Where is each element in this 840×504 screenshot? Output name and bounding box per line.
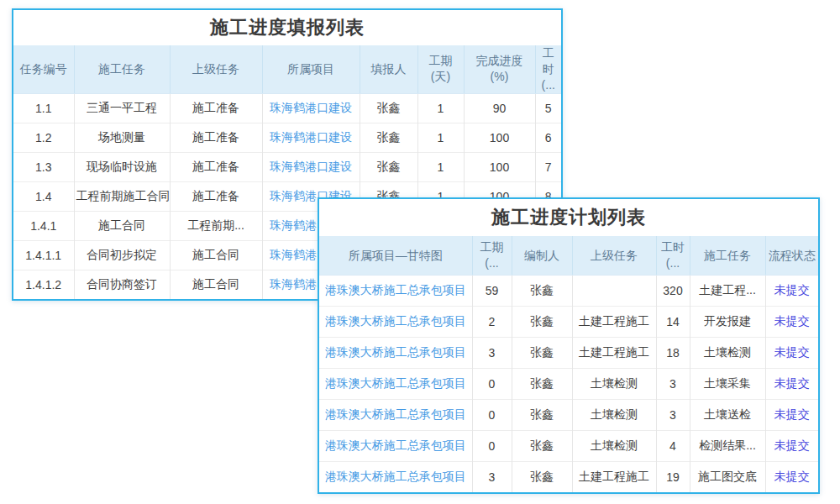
duration-cell: 3: [472, 462, 512, 493]
column-header: 施工任务: [74, 45, 170, 93]
status-cell: 未提交: [765, 400, 818, 431]
parent-task-cell: 施工合同: [170, 270, 262, 299]
project-cell: 珠海鹤港口建设: [262, 152, 360, 181]
progress-plan-panel: 施工进度计划列表 所属项目—甘特图 工期 (... 编制人 上级任务 工时 (.…: [318, 197, 820, 494]
plan-table-body: 港珠澳大桥施工总承包项目 59 张鑫 320 土建工程... 未提交 港珠澳大桥…: [319, 276, 818, 493]
column-header: 完成进度 (%): [464, 45, 535, 93]
hours-cell: 3: [656, 369, 690, 400]
column-header: 上级任务: [170, 45, 262, 93]
duration-cell: 59: [472, 276, 512, 307]
progress-cell: 100: [464, 123, 535, 152]
task-name-cell: 土壤送检: [690, 400, 765, 431]
duration-cell: 1: [417, 123, 464, 152]
project-gantt-link[interactable]: 港珠澳大桥施工总承包项目: [325, 283, 466, 297]
hours-cell: 6: [535, 123, 561, 152]
status-cell: 未提交: [765, 369, 818, 400]
project-gantt-link[interactable]: 港珠澳大桥施工总承包项目: [325, 470, 466, 483]
author-cell: 张鑫: [512, 462, 572, 493]
task-name-cell: 土壤检测: [690, 338, 765, 369]
task-name-cell: 土壤采集: [690, 369, 765, 400]
table-row: 1.1 三通一平工程 施工准备 珠海鹤港口建设 张鑫 1 90 5: [13, 93, 561, 123]
status-link[interactable]: 未提交: [774, 376, 810, 390]
duration-cell: 0: [472, 369, 512, 400]
duration-cell: 1: [417, 152, 464, 181]
hours-cell: 7: [535, 152, 561, 181]
project-gantt-link[interactable]: 港珠澳大桥施工总承包项目: [325, 376, 466, 390]
status-cell: 未提交: [765, 338, 818, 369]
project-gantt-link[interactable]: 港珠澳大桥施工总承包项目: [325, 407, 466, 421]
parent-task-cell: 施工准备: [170, 123, 262, 152]
task-number-cell: 1.2: [13, 123, 74, 152]
status-cell: 未提交: [765, 462, 818, 493]
column-header: 填报人: [360, 45, 417, 93]
project-gantt-cell: 港珠澳大桥施工总承包项目: [319, 307, 472, 338]
column-header: 所属项目: [262, 45, 360, 93]
parent-task-cell: 土建工程施工: [572, 338, 656, 369]
project-gantt-cell: 港珠澳大桥施工总承包项目: [319, 400, 472, 431]
column-header: 任务编号: [13, 45, 74, 93]
project-link[interactable]: 珠海鹤港口建设: [270, 130, 352, 144]
hours-cell: 14: [656, 307, 690, 338]
parent-task-cell: 施工合同: [170, 240, 262, 270]
project-cell: 珠海鹤港口建设: [262, 123, 360, 152]
task-number-cell: 1.4.1.2: [13, 270, 74, 299]
task-name-cell: 开发报建: [690, 307, 765, 338]
column-header: 流程状态: [765, 236, 818, 276]
column-header: 施工任务: [690, 236, 765, 276]
project-link[interactable]: 珠海鹤港口建设: [270, 101, 352, 114]
column-header: 工时 (...: [535, 45, 561, 93]
parent-task-cell: [572, 276, 656, 307]
parent-task-cell: 土壤检测: [572, 400, 656, 431]
task-name-cell: 检测结果...: [690, 431, 765, 462]
project-gantt-cell: 港珠澳大桥施工总承包项目: [319, 462, 472, 493]
task-name-cell: 工程前期施工合同: [74, 181, 170, 211]
hours-cell: 5: [535, 93, 561, 123]
plan-table-title: 施工进度计划列表: [319, 199, 818, 236]
parent-task-cell: 土建工程施工: [572, 307, 656, 338]
project-gantt-link[interactable]: 港珠澳大桥施工总承包项目: [325, 314, 466, 328]
parent-task-cell: 土壤检测: [572, 369, 656, 400]
parent-task-cell: 土建工程施工: [572, 462, 656, 493]
progress-cell: 100: [464, 152, 535, 181]
status-link[interactable]: 未提交: [774, 407, 810, 421]
task-name-cell: 土建工程...: [690, 276, 765, 307]
table-row: 港珠澳大桥施工总承包项目 0 张鑫 土壤检测 4 检测结果... 未提交: [319, 431, 818, 462]
task-number-cell: 1.3: [13, 152, 74, 181]
column-header: 所属项目—甘特图: [319, 236, 472, 276]
task-name-cell: 合同协商签订: [74, 270, 170, 299]
status-link[interactable]: 未提交: [774, 345, 810, 359]
hours-cell: 320: [656, 276, 690, 307]
status-link[interactable]: 未提交: [774, 438, 810, 452]
status-link[interactable]: 未提交: [774, 470, 810, 483]
task-number-cell: 1.4.1: [13, 211, 74, 240]
project-gantt-cell: 港珠澳大桥施工总承包项目: [319, 338, 472, 369]
project-gantt-link[interactable]: 港珠澳大桥施工总承包项目: [325, 438, 466, 452]
author-cell: 张鑫: [512, 338, 572, 369]
plan-table-header: 所属项目—甘特图 工期 (... 编制人 上级任务 工时 (... 施工任务 流…: [319, 236, 818, 276]
column-header: 工期 (天): [417, 45, 464, 93]
reporter-cell: 张鑫: [360, 123, 417, 152]
progress-plan-table: 所属项目—甘特图 工期 (... 编制人 上级任务 工时 (... 施工任务 流…: [319, 236, 818, 492]
status-link[interactable]: 未提交: [774, 283, 810, 297]
task-name-cell: 现场临时设施: [74, 152, 170, 181]
project-gantt-cell: 港珠澳大桥施工总承包项目: [319, 276, 472, 307]
author-cell: 张鑫: [512, 276, 572, 307]
column-header: 编制人: [512, 236, 572, 276]
project-gantt-link[interactable]: 港珠澳大桥施工总承包项目: [325, 345, 466, 359]
status-cell: 未提交: [765, 431, 818, 462]
task-name-cell: 三通一平工程: [74, 93, 170, 123]
task-name-cell: 施工图交底: [690, 462, 765, 493]
reporter-cell: 张鑫: [360, 93, 417, 123]
parent-task-cell: 工程前期...: [170, 211, 262, 240]
reporter-cell: 张鑫: [360, 152, 417, 181]
task-number-cell: 1.4.1.1: [13, 240, 74, 270]
table-row: 1.3 现场临时设施 施工准备 珠海鹤港口建设 张鑫 1 100 7: [13, 152, 561, 181]
table-row: 港珠澳大桥施工总承包项目 0 张鑫 土壤检测 3 土壤采集 未提交: [319, 369, 818, 400]
project-link[interactable]: 珠海鹤港口建设: [270, 160, 352, 173]
parent-task-cell: 施工准备: [170, 93, 262, 123]
status-link[interactable]: 未提交: [774, 314, 810, 328]
table-row: 港珠澳大桥施工总承包项目 2 张鑫 土建工程施工 14 开发报建 未提交: [319, 307, 818, 338]
task-number-cell: 1.1: [13, 93, 74, 123]
project-cell: 珠海鹤港口建设: [262, 93, 360, 123]
hours-cell: 4: [656, 431, 690, 462]
